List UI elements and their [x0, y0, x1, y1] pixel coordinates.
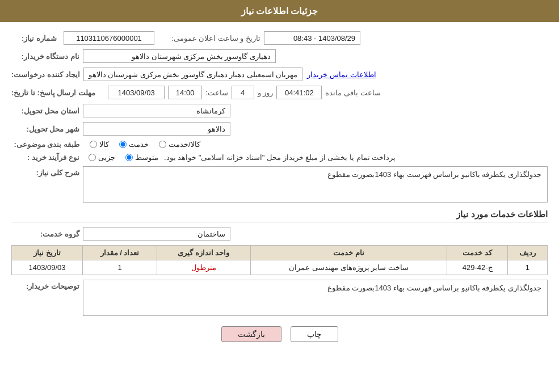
- tabaqebandi-khedmat-label: خدمت: [129, 140, 149, 149]
- shahrTahvil-value: دالاهو: [83, 122, 230, 136]
- noeFarayand-options: متوسط جزیی: [89, 153, 158, 162]
- groheKhedmat-row: ساختمان گروه خدمت:: [11, 227, 548, 241]
- namDastgah-value: دهیاری گاوسور بخش مرکزی شهرستان دالاهو: [83, 49, 276, 63]
- table-header-row: ردیف کد خدمت نام خدمت واحد اندازه گیری ت…: [12, 246, 548, 260]
- noeFarayand-motevasset-label: متوسط: [135, 153, 158, 162]
- ostanTahvil-row: کرمانشاه استان محل تحویل:: [11, 104, 548, 117]
- page-title: جزئیات اطلاعات نیاز: [241, 6, 318, 16]
- noeFarayand-label: نوع فرآیند خرید :: [11, 153, 79, 162]
- cell-tarikh: 1403/09/03: [12, 260, 83, 275]
- ijadKonande-value: مهربان اسمعیلی دهیار دهیاری گاوسور بخش م…: [83, 68, 303, 81]
- main-content: 1403/08/29 - 08:43 تاریخ و ساعت اعلان عم…: [0, 22, 559, 357]
- tosif-row: جدولگذاری یکطرفه باکانیو براساس فهرست به…: [11, 280, 548, 316]
- sharhKoli-value: جدولگذاری یکطرفه باکانیو براساس فهرست به…: [83, 166, 548, 203]
- col-vahed: واحد اندازه گیری: [157, 246, 250, 260]
- noeFarayand-motevasset-option[interactable]: متوسط: [125, 153, 158, 162]
- roz-label: روز و: [258, 88, 274, 97]
- tarikh-label: تاریخ و ساعت اعلان عمومی:: [171, 34, 260, 43]
- roz-value: 4: [232, 86, 254, 99]
- print-button[interactable]: چاپ: [291, 326, 338, 342]
- tabaqebandi-kala-label: کالا: [99, 140, 109, 149]
- namDastgah-row: دهیاری گاوسور بخش مرکزی شهرستان دالاهو ن…: [11, 49, 548, 63]
- col-radif: ردیف: [507, 246, 547, 260]
- back-button[interactable]: بازگشت: [221, 326, 281, 342]
- tosif-value: جدولگذاری یکطرفه باکانیو براساس فهرست به…: [83, 280, 548, 316]
- saat-value: 14:00: [168, 86, 202, 99]
- noeFarayand-jozii-label: جزیی: [98, 153, 115, 162]
- saat-label: ساعت:: [205, 88, 228, 97]
- mohlat-date: 1403/09/03: [108, 86, 165, 99]
- noeFarayand-note: پرداخت تمام یا بخشی از مبلغ خریداز محل "…: [164, 153, 396, 162]
- cell-kodKhedmat: ج-42-429: [447, 260, 507, 275]
- cell-tedad: 1: [83, 260, 157, 275]
- button-row: چاپ بازگشت: [11, 326, 548, 342]
- groheKhedmat-value: ساختمان: [83, 227, 230, 241]
- tabaqebandi-kala-option[interactable]: کالا: [90, 140, 109, 149]
- services-section-title: اطلاعات خدمات مورد نیاز: [11, 209, 548, 222]
- col-kodKhedmat: کد خدمت: [447, 246, 507, 260]
- col-tarikh: تاریخ نیاز: [12, 246, 83, 260]
- ijadKonande-label: ایجاد کننده درخواست:: [11, 70, 80, 79]
- noeFarayand-motevasset-radio[interactable]: [125, 154, 133, 161]
- tabaqebandi-kala-radio[interactable]: [90, 141, 97, 148]
- tosif-label: توصیحات خریدار:: [11, 282, 79, 290]
- groheKhedmat-label: گروه خدمت:: [11, 230, 79, 238]
- tabaqebandi-khedmat-option[interactable]: خدمت: [119, 140, 149, 149]
- sharhKoli-row: جدولگذاری یکطرفه باکانیو براساس فهرست به…: [11, 166, 548, 203]
- remaining-label: ساعت باقی مانده: [325, 88, 380, 97]
- shomareNiaz-value: 1103110676000001: [64, 31, 154, 45]
- ostanTahvil-label: استان محل تحویل:: [11, 107, 79, 115]
- tarikh-value: 1403/08/29 - 08:43: [264, 31, 360, 45]
- mohlat-label: مهلت ارسال پاسخ: تا تاریخ:: [11, 88, 95, 97]
- ijadKonande-link[interactable]: اطلاعات تماس خریدار: [307, 70, 376, 79]
- shahrTahvil-row: دالاهو شهر محل تحویل:: [11, 122, 548, 136]
- tabaqebandi-kalaKhedmat-radio[interactable]: [159, 141, 166, 148]
- col-tedad: تعداد / مقدار: [83, 246, 157, 260]
- namDastgah-label: نام دستگاه خریدار:: [11, 52, 79, 61]
- shomareNiaz-row: 1403/08/29 - 08:43 تاریخ و ساعت اعلان عم…: [11, 31, 548, 45]
- tabaqebandi-label: طبقه بندی موضوعی:: [11, 140, 79, 149]
- ijadKonande-row: اطلاعات تماس خریدار مهربان اسمعیلی دهیار…: [11, 68, 548, 81]
- table-row: 1ج-42-429ساخت سایر پروژه‌های مهندسی عمرا…: [12, 260, 548, 275]
- shomareNiaz-label: شماره نیاز:: [11, 34, 57, 43]
- mohlat-row: ساعت باقی مانده 04:41:02 روز و 4 ساعت: 1…: [11, 86, 548, 99]
- services-table: ردیف کد خدمت نام خدمت واحد اندازه گیری ت…: [11, 245, 548, 275]
- noeFarayand-row: پرداخت تمام یا بخشی از مبلغ خریداز محل "…: [11, 153, 548, 162]
- ostanTahvil-value: کرمانشاه: [83, 104, 230, 117]
- tabaqebandi-khedmat-radio[interactable]: [119, 141, 127, 148]
- tabaqebandi-row: کالا/خدمت خدمت کالا طبقه بندی موضوعی:: [11, 140, 548, 149]
- page-wrapper: جزئیات اطلاعات نیاز 1403/08/29 - 08:43 ت…: [0, 0, 559, 392]
- page-header: جزئیات اطلاعات نیاز: [0, 0, 559, 22]
- cell-radif: 1: [507, 260, 547, 275]
- cell-namKhedmat: ساخت سایر پروژه‌های مهندسی عمران: [250, 260, 447, 275]
- cell-vahed: مترطول: [157, 260, 250, 275]
- remaining-value: 04:41:02: [276, 86, 322, 99]
- tabaqebandi-kalaKhedmat-option[interactable]: کالا/خدمت: [159, 140, 200, 149]
- shahrTahvil-label: شهر محل تحویل:: [11, 125, 79, 133]
- tabaqebandi-kalaKhedmat-label: کالا/خدمت: [169, 140, 200, 149]
- noeFarayand-jozii-radio[interactable]: [89, 154, 96, 161]
- col-namKhedmat: نام خدمت: [250, 246, 447, 260]
- sharhKoli-label: شرح کلی نیاز:: [11, 168, 79, 177]
- tabaqebandi-options: کالا/خدمت خدمت کالا: [90, 140, 200, 149]
- noeFarayand-jozii-option[interactable]: جزیی: [89, 153, 115, 162]
